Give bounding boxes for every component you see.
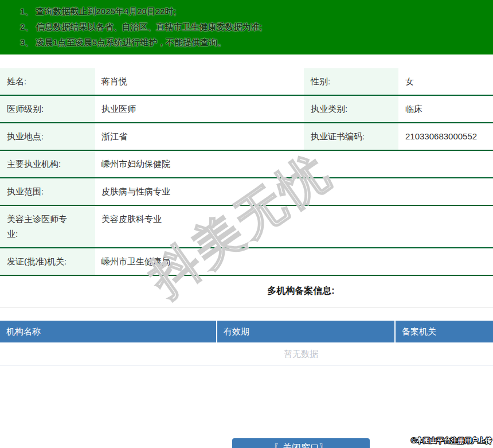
row-scope: 执业范围: 皮肤病与性病专业 <box>0 178 493 206</box>
row-name-gender: 姓名: 蒋肖悦 性别: 女 <box>0 68 493 96</box>
notice-line-1-bold: 2025年4月20日22时 <box>96 6 174 16</box>
column-header-org-name: 机构名称 <box>0 321 216 342</box>
name-value: 蒋肖悦 <box>95 68 304 95</box>
name-label: 姓名: <box>0 68 95 95</box>
cosmetic-specialty-label: 美容主诊医师专业: <box>0 206 95 247</box>
photo-credit-watermark: ©本图由平台注册用户上传 <box>411 436 492 446</box>
certificate-number-label: 执业证书编码: <box>304 123 398 150</box>
filing-section-title: 多机构备案信息: <box>0 285 493 297</box>
notice-banner: 1、 查询数据截止到2025年4月20日22时; 2、 信息数据结果以各省、自治… <box>0 0 493 54</box>
issuing-authority-label: 发证(批准)机关: <box>0 248 95 275</box>
row-filler <box>304 206 493 247</box>
row-issuer: 发证(批准)机关: 嵊州市卫生健康局 <box>0 248 493 276</box>
row-level-category: 医师级别: 执业医师 执业类别: 临床 <box>0 96 493 123</box>
row-filler <box>304 178 493 205</box>
notice-line-1-tail: ; <box>174 6 177 16</box>
gender-label: 性别: <box>304 68 398 95</box>
notice-line-3-text: 3、 <box>20 37 36 47</box>
notice-line-1-text: 1、 查询数据截止到 <box>20 6 96 16</box>
cosmetic-specialty-value: 美容皮肤科专业 <box>95 206 304 247</box>
page-container: 1、 查询数据截止到2025年4月20日22时; 2、 信息数据结果以各省、自治… <box>0 0 493 448</box>
practice-location-label: 执业地点: <box>0 123 95 150</box>
notice-line-1: 1、 查询数据截止到2025年4月20日22时; <box>20 3 493 19</box>
doctor-info-table: 姓名: 蒋肖悦 性别: 女 医师级别: 执业医师 执业类别: 临床 执业地点: … <box>0 68 493 276</box>
row-filler <box>304 151 493 177</box>
main-org-value: 嵊州市妇幼保健院 <box>95 151 304 177</box>
close-window-button[interactable]: 〖关闭窗口〗 <box>232 438 370 448</box>
section-divider <box>0 307 493 308</box>
row-location-cert: 执业地点: 浙江省 执业证书编码: 210330683000552 <box>0 123 493 151</box>
notice-line-3-bold: 凌晨1点至凌晨5点 <box>36 37 106 47</box>
main-org-label: 主要执业机构: <box>0 151 95 177</box>
doctor-level-value: 执业医师 <box>95 96 304 122</box>
filing-table-header: 机构名称 有效期 备案机关 <box>0 321 493 342</box>
notice-line-2-text: 2、 信息数据结果以各省、自治区、直辖市卫生健康委数据为准; <box>20 22 263 32</box>
notice-line-3-tail: 系统进行维护，不能提供查询。 <box>105 37 226 47</box>
notice-line-2: 2、 信息数据结果以各省、自治区、直辖市卫生健康委数据为准; <box>20 19 493 34</box>
row-filler <box>304 248 493 275</box>
notice-line-3: 3、 凌晨1点至凌晨5点系统进行维护，不能提供查询。 <box>20 34 493 50</box>
column-header-validity: 有效期 <box>217 321 394 342</box>
practice-location-value: 浙江省 <box>95 123 304 150</box>
no-data-text: 暂无数据 <box>284 349 318 360</box>
issuing-authority-value: 嵊州市卫生健康局 <box>95 248 304 275</box>
certificate-number-value: 210330683000552 <box>398 123 493 150</box>
practice-category-label: 执业类别: <box>304 96 398 122</box>
gender-value: 女 <box>398 68 493 95</box>
practice-scope-label: 执业范围: <box>0 178 95 205</box>
practice-category-value: 临床 <box>398 96 493 122</box>
row-main-org: 主要执业机构: 嵊州市妇幼保健院 <box>0 151 493 178</box>
row-cosmetic-specialty: 美容主诊医师专业: 美容皮肤科专业 <box>0 206 493 248</box>
column-header-filing-authority: 备案机关 <box>396 321 493 342</box>
practice-scope-value: 皮肤病与性病专业 <box>95 178 304 205</box>
doctor-level-label: 医师级别: <box>0 96 95 122</box>
no-data-row: 暂无数据 <box>0 342 493 366</box>
